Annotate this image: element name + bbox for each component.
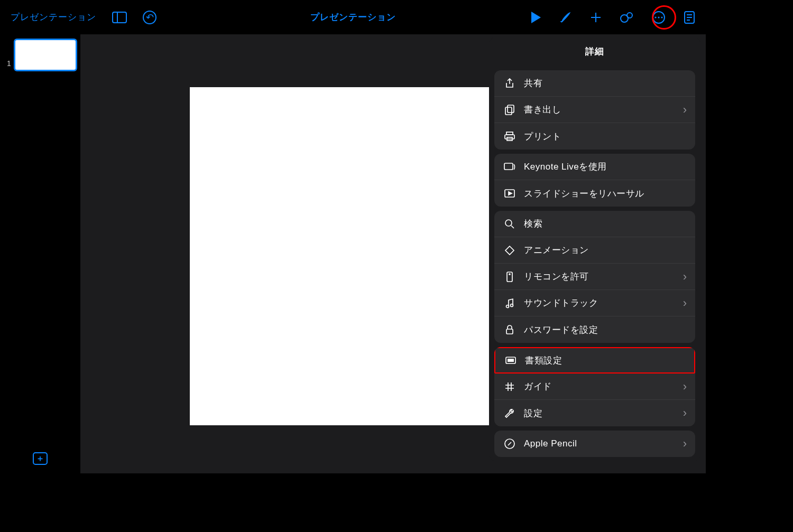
svg-point-16 [509, 274, 510, 275]
svg-point-4 [658, 16, 659, 18]
chevron-right-icon: › [683, 103, 687, 117]
menu-item-share[interactable]: 共有 [494, 70, 695, 97]
svg-rect-12 [504, 163, 513, 170]
menu-item-soundtrack[interactable]: サウンドトラック › [494, 290, 695, 316]
menu-label: 共有 [524, 77, 687, 89]
menu-label: ガイド [524, 380, 683, 393]
menu-label: 書き出し [524, 104, 683, 116]
shapes-media-icon [620, 11, 634, 24]
undo-button[interactable] [143, 11, 156, 24]
menu-label: Keynote Liveを使用 [524, 161, 687, 173]
export-icon [503, 104, 517, 116]
broadcast-icon [503, 162, 517, 172]
wrench-icon [503, 407, 517, 419]
menu-label: Apple Pencil [524, 438, 683, 449]
menu-label: サウンドトラック [524, 297, 683, 309]
search-icon [503, 219, 517, 229]
document-settings-button[interactable] [684, 11, 695, 24]
play-rect-icon [503, 189, 517, 198]
menu-group-4: 書類設定 ガイド › 設定 › [494, 347, 695, 426]
popover-title: 詳細 [489, 37, 700, 66]
svg-rect-19 [506, 329, 513, 334]
menu-item-guides[interactable]: ガイド › [494, 374, 695, 400]
svg-rect-10 [505, 135, 514, 139]
svg-point-14 [505, 220, 512, 226]
menu-item-export[interactable]: 書き出し › [494, 97, 695, 123]
diamond-icon [503, 245, 517, 256]
menu-group-5: Apple Pencil › [494, 431, 695, 457]
svg-rect-7 [505, 107, 512, 115]
menu-item-password[interactable]: パスワードを設定 [494, 316, 695, 343]
more-button[interactable] [652, 11, 666, 24]
svg-point-17 [506, 305, 509, 307]
menu-item-search[interactable]: 検索 [494, 211, 695, 237]
sidebar-panel-icon [112, 12, 127, 23]
menu-item-rehearse[interactable]: スライドショーをリハーサル [494, 180, 695, 207]
menu-item-keynote-live[interactable]: Keynote Liveを使用 [494, 154, 695, 180]
chevron-right-icon: › [683, 406, 687, 420]
screen-icon [504, 356, 518, 365]
menu-item-apple-pencil[interactable]: Apple Pencil › [494, 431, 695, 457]
grid-icon [503, 381, 517, 392]
details-popover: 詳細 共有 書き出し › プリント Keynote Liveを使用 スライドショ… [489, 37, 700, 461]
menu-label: 書類設定 [525, 354, 686, 367]
slide-number: 1 [7, 59, 11, 68]
back-button[interactable]: プレゼンテーション [11, 11, 96, 23]
menu-item-settings[interactable]: 設定 › [494, 400, 695, 426]
plus-icon: ＋ [36, 453, 44, 464]
menu-item-document-setup[interactable]: 書類設定 [494, 347, 695, 374]
toolbar-left: プレゼンテーション [11, 11, 156, 24]
undo-icon [143, 11, 156, 24]
ellipsis-circle-icon [652, 11, 666, 24]
play-icon [531, 12, 541, 23]
chevron-right-icon: › [683, 380, 687, 394]
menu-label: リモコンを許可 [524, 270, 683, 283]
toolbar-right [531, 11, 695, 24]
menu-group-3: 検索 アニメーション リモコンを許可 › サウンドトラック › パスワードを設定 [494, 211, 695, 343]
svg-point-18 [511, 304, 513, 306]
menu-label: スライドショーをリハーサル [524, 188, 687, 200]
brush-icon [559, 11, 571, 24]
menu-label: パスワードを設定 [524, 324, 687, 336]
menu-item-remote[interactable]: リモコンを許可 › [494, 264, 695, 290]
menu-label: 検索 [524, 218, 687, 230]
menu-group-1: 共有 書き出し › プリント [494, 70, 695, 150]
menu-item-animation[interactable]: アニメーション [494, 237, 695, 264]
menu-group-2: Keynote Liveを使用 スライドショーをリハーサル [494, 154, 695, 207]
menu-label: アニメーション [524, 244, 687, 256]
svg-point-1 [627, 13, 632, 18]
toolbar: プレゼンテーション プレゼンテーション [0, 0, 706, 34]
plus-icon [589, 11, 602, 24]
svg-point-5 [661, 16, 662, 18]
remote-icon [503, 271, 517, 283]
play-button[interactable] [531, 12, 541, 23]
svg-rect-21 [508, 359, 514, 362]
chevron-right-icon: › [683, 437, 687, 451]
share-icon [503, 78, 517, 89]
menu-item-print[interactable]: プリント [494, 123, 695, 150]
music-note-icon [503, 298, 517, 309]
format-button[interactable] [559, 11, 571, 24]
svg-point-3 [654, 16, 656, 18]
add-slide-button[interactable]: ＋ [33, 452, 48, 465]
pencil-circle-icon [503, 438, 517, 450]
media-button[interactable] [620, 11, 634, 24]
print-icon [503, 131, 517, 142]
sidebar-toggle-button[interactable] [112, 12, 127, 23]
menu-label: プリント [524, 130, 687, 143]
menu-label: 設定 [524, 407, 683, 419]
svg-rect-8 [508, 105, 514, 113]
chevron-right-icon: › [683, 270, 687, 284]
slide-thumbnail-1[interactable]: 1 [14, 39, 77, 71]
insert-button[interactable] [589, 11, 602, 24]
document-title[interactable]: プレゼンテーション [310, 11, 396, 23]
slide-navigator: 1 ＋ [0, 34, 80, 473]
document-icon [684, 11, 695, 24]
chevron-right-icon: › [683, 296, 687, 310]
lock-icon [503, 324, 517, 335]
